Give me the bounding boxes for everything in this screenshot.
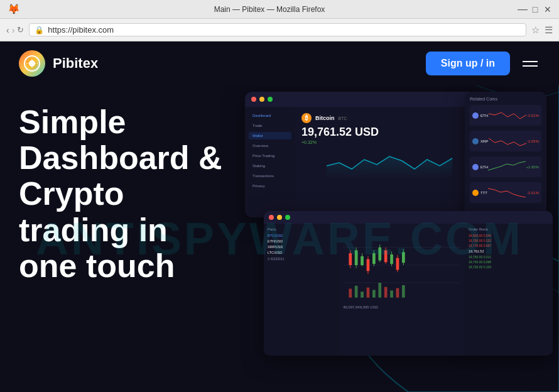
minimize-button[interactable]: —	[519, 6, 526, 13]
eth-icon-1	[472, 112, 479, 119]
bookmark-icon[interactable]: ☆	[531, 24, 540, 36]
sidebar-transactions: Transactions	[249, 172, 291, 180]
address-bar: ‹ › ↻ 🔒 https://pibitex.com ☆ ☰	[0, 19, 559, 41]
svg-rect-29	[367, 288, 370, 298]
ttt-chart	[488, 185, 526, 200]
sidebar-dashboard: Dashboard	[249, 112, 291, 119]
signup-button[interactable]: Sign up / in	[426, 52, 510, 75]
hero-text: Simple Dashboard & Crypto trading in one…	[19, 104, 222, 284]
sidebar-staking: Staking	[249, 162, 291, 170]
maximize-button[interactable]: □	[531, 6, 539, 13]
dot-red	[251, 97, 256, 102]
bottom-dot-red	[269, 215, 274, 220]
eth2-chart	[488, 159, 526, 175]
pair-ltcusd: LTC/USD	[268, 251, 335, 254]
hero-section: ANTISPYWARE.COM Simple Dashboard & Crypt…	[0, 85, 559, 392]
order-buy-3: 19,730.00 0.153	[469, 265, 549, 269]
browser-chrome: 🦊 Main — Pibitex — Mozilla Firefox — □ ✕…	[0, 0, 559, 41]
svg-rect-30	[372, 290, 376, 297]
bottom-price: 2.42233101	[268, 257, 335, 261]
mini-price-chart	[301, 147, 477, 178]
website-content: Pibitex Sign up / in ANTISPYWARE.COM Sim…	[0, 41, 559, 392]
logo-text: Pibitex	[53, 55, 98, 72]
candle-chart-area: 49,097,949,095 USD	[339, 224, 465, 356]
coin-name: Bitcoin	[315, 115, 335, 121]
hero-line-4: trading in	[19, 212, 168, 248]
sidebar-wallet: Wallet	[249, 132, 291, 139]
svg-rect-27	[355, 286, 358, 298]
coin-ticker: BTC	[339, 116, 347, 121]
pairs-list: Pairs BTC/USD ETH/USD XRP/USD LTC/USD 2.…	[264, 224, 339, 356]
eth1-chart	[489, 107, 526, 123]
title-bar-left: 🦊	[8, 3, 20, 15]
preview-sidebar: Dashboard Trade Wallet Overview Price Tr…	[245, 107, 295, 217]
order-book: Order Book 19,800.00 0.045 19,790.00 0.1…	[465, 224, 553, 356]
hero-heading: Simple Dashboard & Crypto trading in one…	[19, 104, 222, 284]
forward-icon[interactable]: ›	[12, 25, 15, 35]
svg-marker-2	[327, 156, 452, 178]
order-sell-3: 19,775.00 0.087	[469, 244, 549, 248]
window-controls: — □ ✕	[519, 6, 551, 13]
eth-icon-2	[472, 164, 479, 170]
back-icon[interactable]: ‹	[6, 25, 9, 35]
svg-rect-31	[378, 283, 381, 298]
price-display: 19,761.52 USD	[301, 126, 477, 139]
preview-bottom-panel: Pairs BTC/USD ETH/USD XRP/USD LTC/USD 2.…	[264, 211, 553, 356]
bottom-dot-yellow	[277, 215, 282, 220]
sidebar-overview: Overview	[249, 142, 291, 150]
order-sell-1: 19,800.00 0.045	[469, 234, 549, 237]
dot-yellow	[259, 97, 264, 102]
preview-main-content: ₿ Bitcoin BTC 19,761.52 USD +0.32%	[295, 107, 484, 217]
title-bar: 🦊 Main — Pibitex — Mozilla Firefox — □ ✕	[0, 0, 559, 19]
order-sell-2: 19,790.00 0.132	[469, 239, 549, 242]
rc-eth1-change: -2.01%	[527, 114, 539, 117]
sidebar-price-trading: Price Trading	[249, 152, 291, 160]
navbar-right: Sign up / in	[426, 52, 540, 75]
rc-ttt-name: TTT	[480, 191, 487, 195]
preview-bottom-content: Pairs BTC/USD ETH/USD XRP/USD LTC/USD 2.…	[264, 224, 553, 356]
bitcoin-icon: ₿	[301, 113, 312, 123]
logo-icon	[19, 50, 45, 77]
related-coin-ttt: TTT -2.01%	[470, 182, 541, 203]
order-buy-1: 19,750.00 0.211	[469, 255, 549, 259]
svg-rect-35	[402, 285, 405, 298]
pair-xrpusd: XRP/USD	[268, 245, 335, 249]
price-change: +0.32%	[301, 140, 477, 144]
svg-point-1	[29, 60, 35, 67]
xrp-chart	[489, 133, 526, 149]
hamburger-line-1	[523, 61, 538, 62]
preview-dots	[245, 92, 484, 107]
svg-rect-32	[384, 287, 388, 298]
hero-line-5: one touch	[19, 248, 175, 284]
navbar: Pibitex Sign up / in	[0, 41, 559, 85]
svg-rect-26	[349, 289, 352, 298]
address-right-icons: ☆ ☰	[531, 24, 553, 36]
rc-ttt-change: -2.01%	[527, 191, 539, 195]
menu-icon[interactable]: ☰	[545, 24, 553, 36]
rc-eth2-name: ETH	[480, 165, 488, 169]
browser-logo-icon: 🦊	[8, 3, 20, 15]
lock-icon: 🔒	[35, 26, 44, 35]
dot-green	[268, 97, 273, 102]
related-coin-xrp: XRP -2.05%	[470, 131, 541, 151]
hamburger-line-2	[523, 65, 538, 67]
hamburger-menu-button[interactable]	[520, 58, 540, 69]
ttt-icon	[472, 190, 479, 196]
dashboard-preview: Dashboard Trade Wallet Overview Price Tr…	[245, 92, 546, 356]
bottom-dot-green	[285, 215, 290, 220]
sidebar-privacy: Privacy	[249, 182, 291, 190]
rc-xrp-name: XRP	[480, 139, 488, 143]
address-field[interactable]: 🔒 https://pibitex.com	[29, 23, 526, 36]
close-button[interactable]: ✕	[544, 6, 551, 13]
rc-xrp-change: -2.05%	[527, 139, 539, 143]
xrp-icon	[472, 138, 479, 144]
related-coin-eth1: ETH -2.01%	[470, 105, 541, 126]
candle-chart	[343, 227, 461, 303]
rc-eth1-name: ETH	[480, 114, 488, 117]
pair-btcusd: BTC/USD	[268, 234, 335, 237]
page-title: Main — Pibitex — Mozilla Firefox	[20, 5, 519, 14]
svg-rect-28	[361, 291, 364, 297]
svg-rect-33	[390, 290, 393, 297]
reload-icon[interactable]: ↻	[17, 25, 24, 35]
preview-top-panel: Dashboard Trade Wallet Overview Price Tr…	[245, 92, 484, 217]
